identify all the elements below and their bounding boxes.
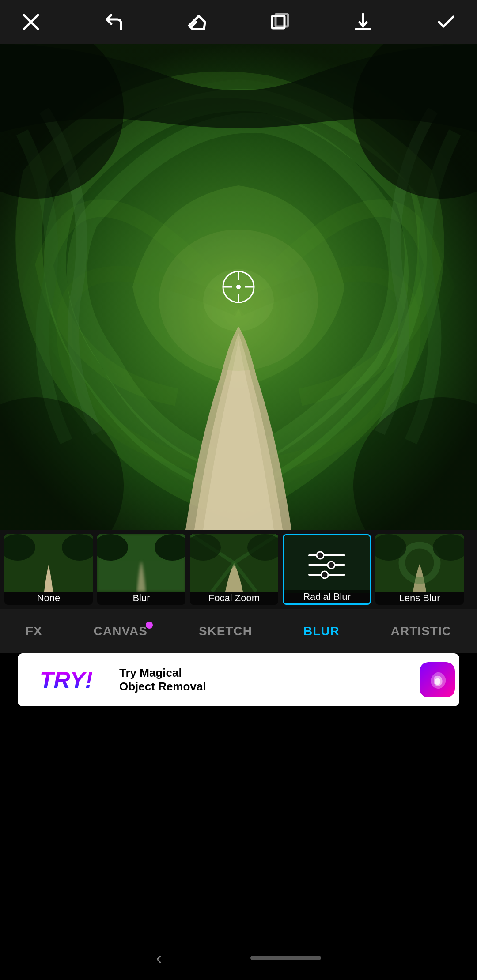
- image-area[interactable]: [0, 44, 477, 530]
- layers-button[interactable]: [267, 9, 293, 35]
- ad-logo: [415, 658, 459, 702]
- ad-logo-circle: [420, 662, 455, 697]
- svg-point-38: [328, 562, 335, 569]
- toolbar: [0, 0, 477, 44]
- filter-focal-zoom[interactable]: Focal Zoom: [190, 534, 278, 605]
- svg-point-36: [317, 552, 324, 559]
- bottom-bar: ‹: [0, 936, 477, 980]
- filter-radial-blur[interactable]: Radial Blur: [283, 534, 371, 605]
- svg-point-40: [321, 571, 328, 578]
- ad-main-text: Try Magical Object Removal: [119, 666, 415, 694]
- tab-artistic[interactable]: ARTISTIC: [391, 620, 451, 643]
- ad-banner[interactable]: TRY! Try Magical Object Removal: [18, 653, 459, 706]
- filter-none[interactable]: None: [4, 534, 93, 605]
- svg-point-16: [236, 285, 241, 289]
- filter-none-label: None: [4, 592, 93, 605]
- back-button[interactable]: ‹: [156, 948, 162, 968]
- crosshair-indicator[interactable]: [221, 269, 256, 305]
- filter-lens-blur[interactable]: Lens Blur: [375, 534, 464, 605]
- filter-lens-blur-label: Lens Blur: [375, 592, 464, 605]
- canvas-dot: [146, 622, 153, 629]
- undo-button[interactable]: [101, 9, 127, 35]
- download-button[interactable]: [350, 9, 376, 35]
- tab-blur[interactable]: BLUR: [303, 620, 340, 643]
- confirm-button[interactable]: [433, 9, 459, 35]
- home-indicator[interactable]: [250, 956, 321, 960]
- erase-button[interactable]: [184, 9, 210, 35]
- filter-radial-blur-label: Radial Blur: [284, 590, 370, 603]
- ad-text: Try Magical Object Removal: [115, 666, 415, 694]
- category-tabs: FX CANVAS SKETCH BLUR ARTISTIC: [0, 609, 477, 653]
- filter-focal-zoom-label: Focal Zoom: [190, 592, 278, 605]
- filter-row: None Blur: [0, 530, 477, 609]
- ad-try-label: TRY!: [18, 653, 115, 706]
- tab-fx[interactable]: FX: [26, 620, 42, 643]
- tab-canvas[interactable]: CANVAS: [94, 620, 148, 643]
- tab-sketch[interactable]: SKETCH: [199, 620, 252, 643]
- filter-blur-label: Blur: [97, 592, 186, 605]
- close-button[interactable]: [18, 9, 44, 35]
- filter-blur[interactable]: Blur: [97, 534, 186, 605]
